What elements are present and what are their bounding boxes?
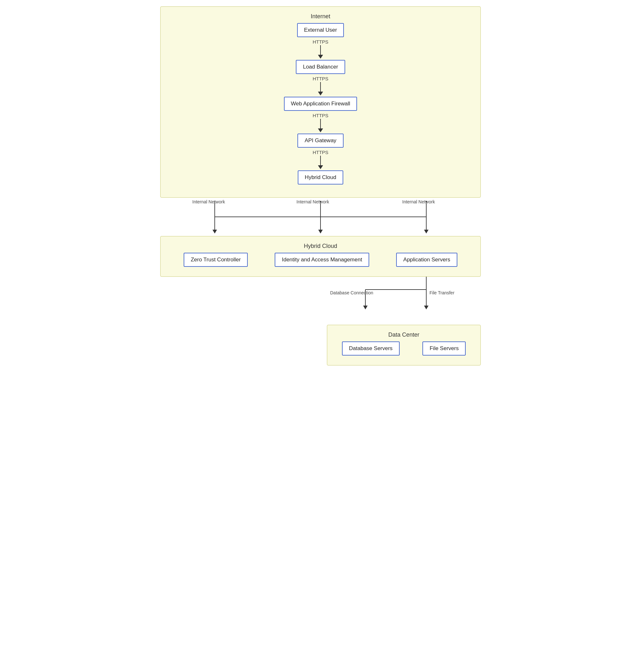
api-gateway-node: API Gateway [297,134,343,148]
arrow-down-1 [318,55,323,59]
svg-marker-7 [318,230,323,234]
datacenter-branch-svg [160,277,481,318]
https1-label: HTTPS [313,39,328,44]
svg-marker-15 [424,306,428,309]
app-servers-node: Application Servers [396,253,457,267]
internal-network-label-2: Internal Network [297,199,329,204]
svg-marker-9 [424,230,428,234]
hybrid-cloud-top-node: Hybrid Cloud [298,170,343,184]
internal-network-label-3: Internal Network [402,199,435,204]
datacenter-zone: Data Center Database Servers File Server… [327,325,481,365]
diagram-container: Internet External User HTTPS Load Balanc… [160,6,481,365]
https3-label: HTTPS [313,113,328,118]
zero-trust-node: Zero Trust Controller [183,253,248,267]
hybrid-cloud-zone-label: Hybrid Cloud [170,243,471,250]
internet-zone-label: Internet [173,13,468,20]
internet-zone: Internet External User HTTPS Load Balanc… [160,6,481,198]
hybrid-cloud-zone: Hybrid Cloud Zero Trust Controller Ident… [160,236,481,277]
internal-network-label-1: Internal Network [192,199,225,204]
db-servers-node: Database Servers [342,341,400,355]
datacenter-wrapper: Data Center Database Servers File Server… [160,318,481,365]
arrow-down-2 [318,92,323,96]
arrow-down-4 [318,165,323,169]
waf-node: Web Application Firewall [284,97,357,111]
datacenter-branch-container: Database Connection File Transfer [160,277,481,318]
zero-trust-col: Zero Trust Controller [183,253,248,267]
arrow-down-3 [318,128,323,132]
file-transfer-label: File Transfer [429,290,454,295]
arrow-line-2 [320,82,321,92]
branch-svg-container: Internal Network Internal Network Intern… [160,198,481,236]
datacenter-zone-label: Data Center [337,332,471,338]
load-balancer-node: Load Balancer [296,60,345,74]
arrow-line-1 [320,45,321,55]
three-col-layout: Zero Trust Controller Identity and Acces… [170,253,471,267]
db-connection-label: Database Connection [330,290,373,295]
iam-node: Identity and Access Management [275,253,369,267]
https4-label: HTTPS [313,150,328,155]
svg-marker-5 [213,230,217,234]
app-servers-col: Application Servers [396,253,457,267]
datacenter-two-col: Database Servers File Servers [337,341,471,355]
https2-label: HTTPS [313,76,328,81]
file-servers-node: File Servers [422,341,466,355]
db-servers-col: Database Servers [342,341,400,355]
arrow-line-3 [320,119,321,128]
file-servers-col: File Servers [422,341,466,355]
main-flow: External User HTTPS Load Balancer HTTPS … [173,23,468,184]
external-user-node: External User [297,23,344,37]
arrow-line-4 [320,156,321,165]
iam-col: Identity and Access Management [275,253,369,267]
svg-marker-13 [363,306,368,309]
